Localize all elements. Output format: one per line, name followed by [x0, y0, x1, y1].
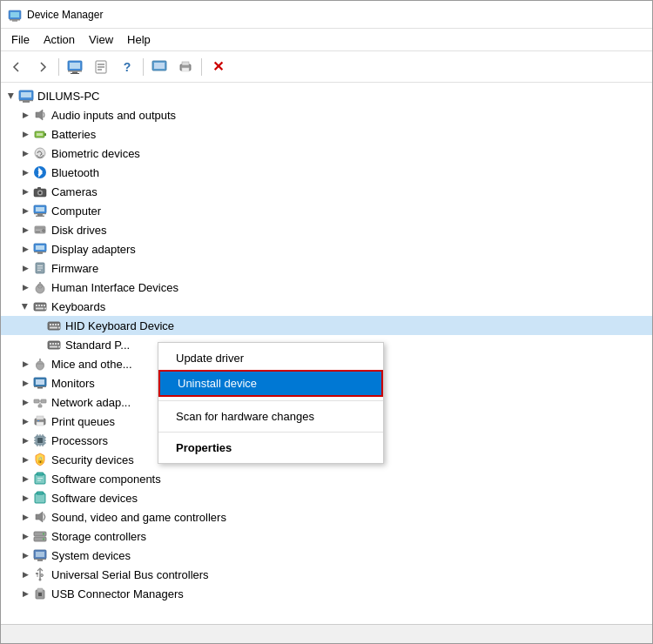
hid-chevron: ▶ — [18, 280, 32, 294]
svg-rect-110 — [37, 478, 43, 479]
svg-rect-40 — [36, 231, 40, 232]
svg-rect-54 — [36, 305, 37, 306]
toolbar-separator-2 — [143, 58, 144, 76]
svg-rect-112 — [35, 493, 45, 503]
tree-item-batteries[interactable]: ▶ Batteries — [1, 124, 652, 144]
display-icon — [32, 241, 48, 257]
monitors-chevron: ▶ — [18, 376, 32, 390]
svg-rect-57 — [44, 305, 45, 306]
svg-rect-7 — [72, 71, 77, 73]
svg-rect-74 — [50, 346, 51, 348]
batteries-icon — [32, 126, 48, 142]
tree-item-audio[interactable]: ▶ Audio inputs and outputs — [1, 105, 652, 124]
softwaredev-label: Software devices — [51, 492, 138, 505]
tree-item-cameras[interactable]: ▶ Cameras — [1, 182, 652, 201]
audio-icon — [32, 107, 48, 123]
svg-rect-2 — [10, 19, 20, 21]
tree-item-usb[interactable]: ▶ Universal Serial Bus controllers — [1, 565, 652, 584]
device-tree-content: ▶ DILUMS-PC ▶ Audio inputs and outpu — [1, 83, 652, 624]
processors-chevron: ▶ — [18, 433, 32, 447]
toolbar: ? ✕ — [1, 51, 652, 83]
tree-item-usbconn[interactable]: ▶ USB Connector Managers — [1, 584, 652, 603]
tree-item-hid-keyboard[interactable]: ▶ HID Keyboard Device — [1, 316, 652, 335]
svg-rect-35 — [37, 214, 43, 216]
ctx-scan-hardware[interactable]: Scan for hardware changes — [158, 405, 383, 428]
forward-button[interactable] — [30, 55, 55, 79]
display-chevron: ▶ — [18, 242, 32, 256]
security-label: Security devices — [51, 453, 134, 466]
computer-label: Computer — [51, 205, 101, 218]
svg-rect-108 — [35, 474, 45, 484]
back-button[interactable] — [4, 55, 29, 79]
svg-rect-121 — [34, 559, 46, 560]
svg-rect-81 — [36, 379, 44, 385]
ctx-separator-2 — [158, 432, 383, 433]
ctx-properties[interactable]: Properties — [158, 436, 383, 460]
softwarecomp-icon — [32, 471, 48, 486]
svg-rect-72 — [55, 343, 57, 345]
tree-root[interactable]: ▶ DILUMS-PC — [1, 86, 652, 105]
tree-item-bluetooth[interactable]: ▶ Bluetooth — [1, 163, 652, 182]
context-menu: Update driver Uninstall device Scan for … — [158, 342, 384, 464]
processors-icon — [32, 433, 48, 448]
svg-rect-24 — [44, 133, 46, 136]
tree-item-storage[interactable]: ▶ Storage controllers — [1, 527, 652, 546]
keyboards-label: Keyboards — [51, 300, 105, 313]
svg-rect-122 — [37, 560, 43, 561]
network-chevron: ▶ — [18, 395, 32, 409]
ctx-separator-1 — [158, 400, 383, 401]
tree-item-softwarecomp[interactable]: ▶ Software components — [1, 469, 652, 488]
menu-view[interactable]: View — [82, 31, 120, 48]
svg-rect-111 — [37, 480, 41, 481]
monitors-label: Monitors — [51, 377, 95, 390]
tree-item-hid[interactable]: ▶ Human Interface Devices — [1, 278, 652, 297]
softwarecomp-label: Software components — [51, 473, 161, 486]
svg-rect-120 — [36, 552, 44, 557]
properties-toolbar-button[interactable] — [89, 55, 113, 79]
menu-help[interactable]: Help — [120, 31, 158, 48]
tree-item-sound[interactable]: ▶ Sound, video and game controllers — [1, 507, 652, 527]
svg-rect-113 — [37, 492, 44, 494]
svg-rect-83 — [37, 387, 43, 389]
menu-action[interactable]: Action — [37, 31, 82, 48]
svg-rect-53 — [34, 303, 46, 311]
sound-chevron: ▶ — [18, 510, 32, 524]
tree-item-firmware[interactable]: ▶ Firmware — [1, 258, 652, 278]
svg-rect-68 — [58, 327, 60, 329]
svg-rect-38 — [35, 226, 45, 229]
print-toolbar-button[interactable] — [173, 55, 198, 79]
svg-rect-76 — [58, 346, 60, 348]
svg-rect-31 — [37, 187, 41, 190]
help-toolbar-button[interactable]: ? — [115, 55, 139, 79]
firmware-label: Firmware — [51, 262, 98, 275]
tree-item-system[interactable]: ▶ System devices — [1, 546, 652, 565]
ctx-uninstall-device[interactable]: Uninstall device — [158, 370, 383, 397]
tree-item-biometric[interactable]: ▶ Biometric devices — [1, 144, 652, 163]
tree-item-diskdrives[interactable]: ▶ Disk drives — [1, 220, 652, 239]
printqueues-label: Print queues — [51, 415, 115, 428]
menu-file[interactable]: File — [4, 31, 37, 48]
svg-rect-67 — [51, 327, 57, 329]
batteries-label: Batteries — [51, 128, 96, 141]
audio-label: Audio inputs and outputs — [51, 109, 176, 122]
svg-point-39 — [43, 230, 45, 232]
tree-item-keyboards[interactable]: ▶ Keyboards — [1, 297, 652, 316]
tree-item-softwaredev[interactable]: ▶ Software devices — [1, 488, 652, 507]
tree-item-display[interactable]: ▶ Display adapters — [1, 239, 652, 258]
computer-toolbar-button[interactable] — [63, 55, 87, 79]
screen-toolbar-button[interactable] — [147, 55, 172, 79]
ctx-update-driver[interactable]: Update driver — [158, 346, 383, 370]
svg-text:🔒: 🔒 — [37, 456, 44, 464]
cameras-label: Cameras — [51, 185, 98, 198]
svg-rect-33 — [36, 207, 44, 211]
diskdrives-label: Disk drives — [51, 224, 107, 237]
tree-item-computer[interactable]: ▶ Computer — [1, 201, 652, 220]
remove-toolbar-button[interactable]: ✕ — [205, 55, 230, 79]
firmware-icon — [32, 260, 48, 276]
svg-rect-61 — [48, 322, 60, 330]
usbconn-label: USB Connector Managers — [51, 587, 184, 600]
svg-marker-22 — [36, 110, 43, 120]
network-label: Network adap... — [51, 396, 131, 409]
system-icon — [32, 547, 48, 563]
svg-point-77 — [37, 361, 44, 370]
